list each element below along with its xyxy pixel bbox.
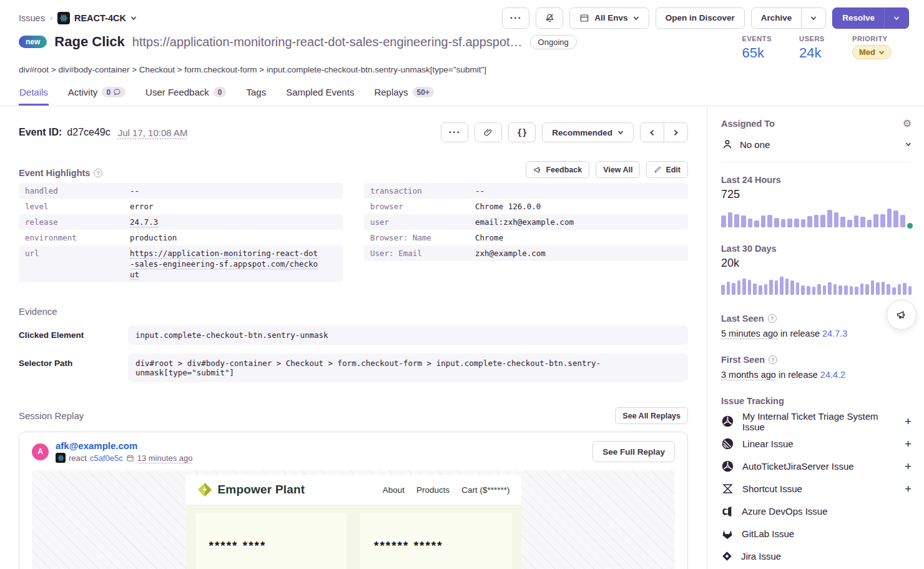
assignee-selector[interactable]: No one	[721, 138, 912, 162]
resolve-button-group: Resolve	[832, 7, 909, 29]
clicked-element-row: Clicked Element input.complete-checkout-…	[19, 325, 688, 345]
edit-button[interactable]: Edit	[646, 161, 688, 178]
first-seen-value: 3 months ago in release 24.4.2	[721, 370, 912, 380]
session-replay-title: Session Replay	[19, 410, 84, 421]
megaphone-icon	[896, 309, 907, 320]
more-actions-button[interactable]: ···	[502, 7, 529, 29]
url-link[interactable]: https://application-monitoring-react-dot…	[130, 248, 320, 280]
feedback-button[interactable]: Feedback	[526, 161, 589, 178]
archive-button-group: Archive	[751, 7, 827, 29]
tab-details[interactable]: Details	[19, 82, 49, 106]
json-button[interactable]: {}	[508, 122, 536, 142]
environment-filter-button[interactable]: All Envs	[569, 7, 649, 29]
first-seen-title: First Seen?	[721, 355, 912, 365]
tab-activity[interactable]: Activity 0	[67, 82, 126, 106]
last-24-hours-chart[interactable]	[721, 207, 912, 227]
highlight-row: handled--	[19, 183, 343, 199]
help-icon[interactable]: ?	[769, 355, 777, 364]
highlight-row: useremail:zxh@example.com	[364, 214, 688, 230]
react-project-icon	[57, 12, 70, 24]
shortcut-icon	[721, 482, 734, 495]
help-icon[interactable]: ?	[768, 314, 777, 323]
site-nav-products: Products	[416, 485, 450, 495]
breadcrumb-issues-link[interactable]: Issues	[19, 13, 45, 23]
next-event-button[interactable]	[664, 122, 688, 142]
tab-tags[interactable]: Tags	[245, 82, 267, 106]
first-seen-time[interactable]: 3 months ago	[721, 370, 776, 380]
bell-slash-icon	[544, 12, 555, 23]
react-project-icon	[56, 453, 66, 463]
jira-icon	[721, 550, 733, 562]
archive-dropdown-button[interactable]	[801, 7, 826, 29]
issue-tracking-label[interactable]: Azure DevOps Issue	[742, 506, 912, 517]
replay-card: A afk@example.com react c5af0e5c	[19, 432, 688, 569]
project-selector[interactable]: REACT-4CK	[57, 12, 137, 24]
add-issue-link-button[interactable]: +	[905, 483, 912, 495]
person-icon	[721, 138, 734, 151]
replay-preview[interactable]: Empower Plant About Products Cart ($****…	[32, 470, 675, 569]
azure-devops-icon	[721, 505, 734, 518]
assigned-to-title: Assigned To	[721, 119, 775, 129]
top-bar: Issues › REACT-4CK ···	[0, 0, 924, 31]
see-full-replay-button[interactable]: See Full Replay	[592, 441, 675, 462]
issue-tracking-label[interactable]: AutoTicketJiraServer Issue	[742, 461, 897, 472]
status-badge[interactable]: Ongoing	[530, 35, 577, 49]
previous-event-button[interactable]	[640, 122, 664, 142]
site-nav: About Products Cart ($******)	[383, 485, 510, 495]
first-seen-release-link[interactable]: 24.4.2	[820, 370, 845, 380]
event-timestamp[interactable]: Jul 17, 10:08 AM	[118, 127, 188, 138]
add-issue-link-button[interactable]: +	[905, 460, 912, 472]
see-all-replays-button[interactable]: See All Replays	[615, 407, 688, 424]
gear-icon[interactable]: ⚙	[903, 117, 912, 129]
event-more-button[interactable]: ···	[441, 122, 468, 142]
floating-feedback-button[interactable]	[887, 300, 917, 330]
clicked-element-value: input.complete-checkout-btn.sentry-unmas…	[128, 325, 688, 345]
issue-tracking-label[interactable]: Shortcut Issue	[742, 483, 897, 494]
event-sort-label: Recommended	[552, 128, 612, 137]
breadcrumb: Issues › REACT-4CK	[19, 12, 137, 24]
issue-tracking-item: AutoTicketJiraServer Issue +	[721, 459, 912, 473]
resolve-dropdown-button[interactable]	[884, 7, 909, 29]
tab-sampled-events[interactable]: Sampled Events	[285, 82, 355, 106]
add-issue-link-button[interactable]: +	[905, 415, 912, 427]
tab-replays[interactable]: Replays 50+	[373, 82, 435, 106]
open-in-discover-button[interactable]: Open in Discover	[656, 7, 745, 29]
issue-url: https://application-monitoring-react-dot…	[132, 35, 523, 49]
priority-stat: PRIORITY Med	[852, 35, 892, 61]
last-seen-release-link[interactable]: 24.7.3	[822, 329, 847, 339]
issue-tracking-label[interactable]: Jira Issue	[741, 551, 912, 562]
event-sort-selector[interactable]: Recommended	[542, 122, 634, 142]
replay-timestamp[interactable]: 13 minutes ago	[137, 453, 193, 463]
replay-user-link[interactable]: afk@example.com	[56, 440, 193, 451]
highlight-row: Browser: NameChrome	[364, 230, 688, 245]
users-count[interactable]: 24k	[799, 45, 825, 61]
last-30-days-chart[interactable]	[721, 276, 912, 295]
archive-button[interactable]: Archive	[751, 7, 802, 29]
view-all-button[interactable]: View All	[596, 161, 640, 178]
priority-selector[interactable]: Med	[852, 45, 892, 59]
replay-release-link[interactable]: c5af0e5c	[90, 453, 123, 463]
activity-count-badge: 0	[106, 88, 111, 97]
mute-alerts-button[interactable]	[536, 7, 563, 29]
tab-user-feedback[interactable]: User Feedback 0	[145, 82, 227, 106]
issue-culprit: div#root > div#body-container > Checkout…	[0, 61, 924, 74]
last-seen-value: 5 minutes ago in release 24.7.3	[721, 329, 912, 339]
calendar-icon	[126, 454, 134, 462]
add-issue-link-button[interactable]: +	[905, 438, 912, 450]
issue-tracking-item: Shortcut Issue +	[721, 482, 912, 496]
last-seen-time[interactable]: 5 minutes ago	[721, 329, 778, 339]
selector-path-row: Selector Path div#root > div#body-contai…	[19, 354, 688, 382]
attachments-button[interactable]	[474, 122, 502, 142]
last-seen-title: Last Seen?	[721, 314, 912, 324]
issue-tracking-label[interactable]: My Internal Ticket Triage System Issue	[742, 411, 897, 432]
issue-tracking-label[interactable]: Linear Issue	[742, 438, 897, 449]
chevron-down-icon	[893, 15, 900, 21]
event-id-value: d27ce49c	[67, 127, 110, 138]
issue-tracking-label[interactable]: GitLab Issue	[742, 528, 912, 539]
issue-tracking-item: GitLab Issue	[721, 527, 912, 541]
resolve-button[interactable]: Resolve	[832, 7, 885, 29]
events-count[interactable]: 65k	[742, 45, 772, 61]
release-link[interactable]: 24.7.3	[130, 217, 158, 227]
help-icon[interactable]: ?	[94, 169, 102, 177]
selector-path-label: Selector Path	[19, 354, 128, 368]
